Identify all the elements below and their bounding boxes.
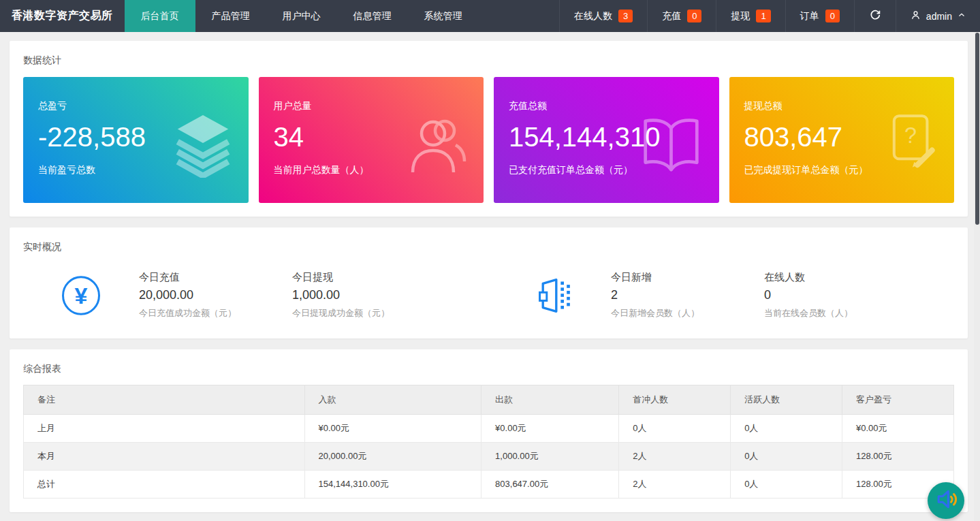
- cell: 本月: [24, 443, 305, 471]
- orders-item[interactable]: 订单 0: [785, 0, 854, 32]
- col-header-first-deposit: 首冲人数: [619, 385, 731, 415]
- cell: ¥0.00元: [842, 415, 954, 443]
- cell: 0人: [731, 443, 842, 471]
- online-users-badge: 3: [618, 10, 633, 22]
- card-value: 34: [274, 121, 469, 153]
- top-navbar: 香港数字资产交易所 后台首页 产品管理 用户中心 信息管理 系统管理 在线人数 …: [0, 0, 980, 32]
- cell: 154,144,310.00元: [304, 471, 481, 499]
- brand-title: 香港数字资产交易所: [0, 0, 125, 32]
- cell: 0人: [731, 415, 842, 443]
- stat-card-total-withdraw: 提现总额 803,647 已完成提现订单总金额（元） ?: [729, 77, 955, 203]
- stat-label: 今日充值: [139, 271, 292, 284]
- card-label: 充值总额: [509, 100, 704, 112]
- withdraw-badge: 1: [756, 10, 770, 22]
- cell: 20,000.00元: [304, 443, 481, 471]
- realtime-row: ¥ 今日充值 20,000.00 今日充值成功金额（元） 今日提现 1,000.…: [23, 271, 954, 319]
- yen-circle-icon: ¥: [23, 276, 139, 315]
- stat-value: 20,000.00: [139, 288, 292, 302]
- stat-value: 2: [611, 288, 764, 302]
- vertical-scrollbar-thumb[interactable]: [975, 33, 979, 225]
- card-value: 803,647: [744, 121, 940, 153]
- today-withdraw-group: 今日提现 1,000.00 今日提现成功金额（元）: [292, 271, 517, 319]
- col-header-outflow: 出款: [481, 385, 619, 415]
- cell: 2人: [619, 443, 731, 471]
- online-users-label: 在线人数: [574, 10, 612, 22]
- card-desc: 已支付充值订单总金额（元）: [509, 164, 704, 176]
- card-desc: 当前盈亏总数: [38, 164, 234, 176]
- stat-label: 今日新增: [611, 271, 764, 284]
- col-header-active-users: 活跃人数: [731, 385, 842, 415]
- col-header-client-pnl: 客户盈亏: [842, 385, 954, 415]
- orders-label: 订单: [800, 10, 819, 22]
- card-label: 用户总量: [274, 100, 469, 112]
- orders-badge: 0: [825, 10, 840, 22]
- nav-tab-users[interactable]: 用户中心: [266, 0, 337, 32]
- stat-card-total-users: 用户总量 34 当前用户总数量（人）: [259, 77, 484, 203]
- nav-tab-label: 用户中心: [283, 10, 321, 22]
- nav-tab-label: 信息管理: [353, 10, 392, 22]
- card-label: 提现总额: [744, 100, 940, 112]
- cell: 1,000.00元: [481, 443, 619, 471]
- card-value: 154,144,310: [509, 121, 704, 153]
- col-header-inflow: 入款: [304, 385, 481, 415]
- deposit-label: 充值: [662, 10, 681, 22]
- online-users-item[interactable]: 在线人数 3: [559, 0, 647, 32]
- user-name: admin: [926, 11, 952, 22]
- main-menu: 后台首页 产品管理 用户中心 信息管理 系统管理: [125, 0, 479, 32]
- nav-tab-information[interactable]: 信息管理: [337, 0, 408, 32]
- cell: ¥0.00元: [481, 415, 619, 443]
- stat-cards: 总盈亏 -228,588 当前盈亏总数 用户总量 34 当前用户总数量（人）: [23, 77, 954, 203]
- stat-value: 1,000.00: [292, 288, 517, 302]
- stat-desc: 今日新增会员数（人）: [611, 307, 764, 319]
- nav-tab-products[interactable]: 产品管理: [195, 0, 266, 32]
- cell: ¥0.00元: [304, 415, 481, 443]
- summary-report-table: 备注 入款 出款 首冲人数 活跃人数 客户盈亏 上月 ¥0.00元 ¥0.00元…: [23, 385, 954, 499]
- stat-desc: 当前在线会员数（人）: [764, 307, 917, 319]
- refresh-button[interactable]: [854, 0, 896, 32]
- report-panel: 综合报表 备注 入款 出款 首冲人数 活跃人数 客户盈亏 上月 ¥0.00元: [10, 349, 968, 512]
- new-members-icon: [517, 277, 592, 315]
- vertical-scrollbar-track[interactable]: [974, 32, 980, 521]
- speaker-icon: [932, 486, 960, 516]
- stats-panel-title: 数据统计: [23, 54, 954, 67]
- audio-announcement-button[interactable]: [928, 482, 964, 519]
- user-icon: [910, 10, 921, 23]
- today-new-members-group: 今日新增 2 今日新增会员数（人）: [611, 271, 764, 319]
- page-content: 数据统计 总盈亏 -228,588 当前盈亏总数 用户总量 34: [0, 32, 980, 512]
- col-header-remark: 备注: [24, 385, 305, 415]
- stat-desc: 今日提现成功金额（元）: [292, 307, 517, 319]
- cell: 128.00元: [842, 443, 954, 471]
- navbar-right: 在线人数 3 充值 0 提现 1 订单 0 admin: [559, 0, 980, 32]
- table-row-total: 总计 154,144,310.00元 803,647.00元 2人 0人 128…: [24, 471, 954, 499]
- report-panel-title: 综合报表: [23, 363, 954, 375]
- cell: 0人: [619, 415, 731, 443]
- stat-value: 0: [764, 288, 917, 302]
- card-value: -228,588: [38, 121, 234, 153]
- stat-desc: 今日充值成功金额（元）: [139, 307, 292, 319]
- today-deposit-group: 今日充值 20,000.00 今日充值成功金额（元）: [139, 271, 292, 319]
- table-row-this-month: 本月 20,000.00元 1,000.00元 2人 0人 128.00元: [24, 443, 954, 471]
- online-members-group: 在线人数 0 当前在线会员数（人）: [764, 271, 917, 319]
- card-desc: 已完成提现订单总金额（元）: [744, 164, 940, 176]
- realtime-panel: 实时概况 ¥ 今日充值 20,000.00 今日充值成功金额（元） 今日提现 1…: [10, 227, 968, 338]
- withdraw-label: 提现: [731, 10, 750, 22]
- user-menu[interactable]: admin: [896, 0, 980, 32]
- nav-tab-label: 产品管理: [212, 10, 250, 22]
- cell: 2人: [619, 471, 731, 499]
- nav-tab-system[interactable]: 系统管理: [408, 0, 479, 32]
- svg-text:¥: ¥: [75, 283, 88, 309]
- stats-panel: 数据统计 总盈亏 -228,588 当前盈亏总数 用户总量 34: [10, 41, 968, 217]
- nav-tab-label: 后台首页: [141, 10, 179, 22]
- cell: 总计: [24, 471, 305, 499]
- stat-label: 今日提现: [292, 271, 517, 284]
- withdraw-item[interactable]: 提现 1: [716, 0, 785, 32]
- deposit-item[interactable]: 充值 0: [647, 0, 716, 32]
- card-label: 总盈亏: [38, 100, 234, 112]
- realtime-panel-title: 实时概况: [23, 241, 954, 253]
- cell: 803,647.00元: [481, 471, 619, 499]
- chevron-up-icon: [957, 10, 966, 22]
- nav-tab-dashboard[interactable]: 后台首页: [125, 0, 195, 32]
- cell: 上月: [24, 415, 305, 443]
- card-desc: 当前用户总数量（人）: [274, 164, 469, 176]
- refresh-icon: [869, 9, 881, 23]
